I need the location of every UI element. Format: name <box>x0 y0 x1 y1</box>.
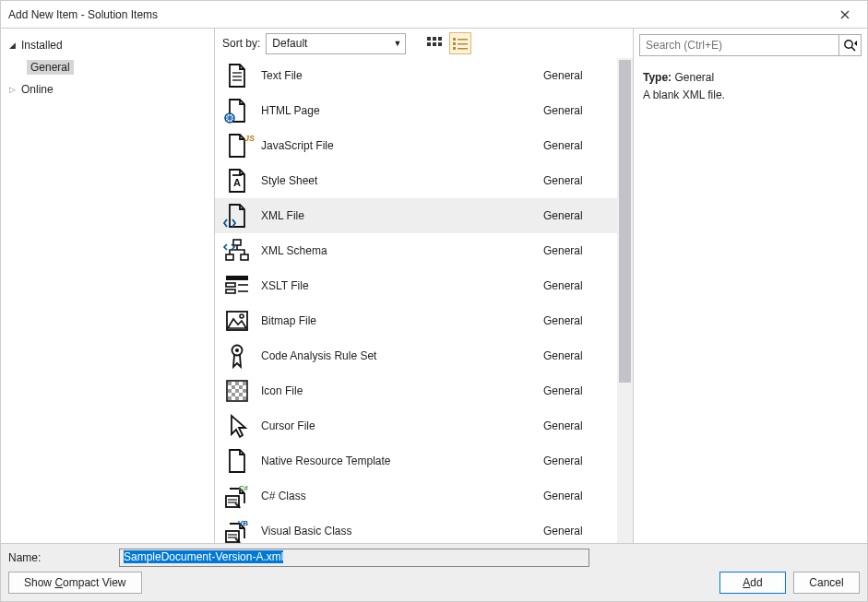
svg-rect-36 <box>239 385 243 389</box>
template-item[interactable]: Icon FileGeneral <box>215 373 617 408</box>
svg-rect-44 <box>243 396 246 400</box>
schema-icon <box>224 238 250 264</box>
close-button[interactable] <box>830 2 860 28</box>
search-button[interactable] <box>838 35 861 55</box>
compact-view-button[interactable]: Show Compact View <box>8 572 142 594</box>
svg-rect-2 <box>438 37 442 41</box>
tree-item-online[interactable]: ▷ Online <box>1 78 214 100</box>
svg-point-53 <box>845 40 852 47</box>
chevron-down-icon: ◢ <box>6 41 18 50</box>
svg-rect-35 <box>232 385 235 389</box>
add-button[interactable]: Add <box>719 572 786 594</box>
html-icon <box>224 98 250 124</box>
close-icon <box>840 10 850 19</box>
svg-rect-43 <box>235 396 239 400</box>
sort-by-value: Default <box>272 37 307 50</box>
grid-icon <box>427 37 442 50</box>
category-tree: ◢ Installed General ▷ Online <box>1 29 215 543</box>
template-item[interactable]: XSLT FileGeneral <box>215 268 617 303</box>
list-icon <box>453 37 468 50</box>
template-item[interactable]: C#C# ClassGeneral <box>215 478 617 513</box>
template-name: Text File <box>261 69 543 82</box>
name-input[interactable]: SampleDocument-Version-A.xml <box>119 549 589 567</box>
chevron-down-icon: ▼ <box>393 39 401 48</box>
csharp-icon: C# <box>224 483 250 509</box>
tree-item-label: General <box>27 60 74 75</box>
scrollbar-thumb[interactable] <box>619 60 631 383</box>
iconfile-icon <box>224 378 250 404</box>
template-category: General <box>543 525 608 537</box>
cancel-button[interactable]: Cancel <box>793 572 860 594</box>
tree-item-installed[interactable]: ◢ Installed <box>1 34 214 56</box>
template-item[interactable]: Code Analysis Rule SetGeneral <box>215 338 617 373</box>
vb-icon: VB <box>224 518 250 543</box>
list-view-button[interactable] <box>450 33 470 53</box>
footer: Name: SampleDocument-Version-A.xml Show … <box>1 543 867 601</box>
template-list[interactable]: Text FileGeneralHTML PageGeneralJSJavaSc… <box>215 58 617 543</box>
svg-rect-19 <box>233 240 241 245</box>
svg-text:C#: C# <box>239 484 249 492</box>
search-input[interactable] <box>640 35 838 55</box>
svg-rect-4 <box>433 42 436 46</box>
svg-rect-11 <box>458 48 468 50</box>
svg-rect-3 <box>427 42 431 46</box>
toolbar: Sort by: Default ▼ <box>215 29 633 58</box>
template-item[interactable]: AStyle SheetGeneral <box>215 163 617 198</box>
template-category: General <box>543 139 608 152</box>
title-bar: Add New Item - Solution Items <box>1 1 867 29</box>
xml-icon <box>224 203 250 229</box>
details-panel: Type: General A blank XML file. <box>634 29 867 543</box>
native-icon <box>224 448 250 474</box>
template-name: Visual Basic Class <box>261 525 543 537</box>
tree-item-general[interactable]: General <box>1 56 214 78</box>
svg-point-28 <box>240 314 244 318</box>
template-category: General <box>543 349 608 362</box>
js-icon: JS <box>224 133 250 159</box>
template-description: A blank XML file. <box>643 87 858 104</box>
grid-view-button[interactable] <box>424 33 445 53</box>
template-category: General <box>543 314 608 327</box>
sort-by-select[interactable]: Default ▼ <box>266 33 406 54</box>
svg-rect-0 <box>427 37 431 41</box>
svg-rect-20 <box>226 254 233 260</box>
svg-rect-1 <box>433 37 436 41</box>
svg-rect-34 <box>243 382 246 385</box>
template-item[interactable]: Cursor FileGeneral <box>215 408 617 443</box>
template-name: Style Sheet <box>261 174 543 187</box>
svg-rect-37 <box>228 389 232 393</box>
template-category: General <box>543 490 608 502</box>
scrollbar[interactable] <box>617 58 633 543</box>
svg-rect-23 <box>226 283 235 287</box>
svg-text:A: A <box>233 177 241 188</box>
svg-rect-42 <box>228 396 232 400</box>
svg-point-30 <box>235 348 239 352</box>
template-item[interactable]: XML FileGeneral <box>215 198 617 233</box>
svg-rect-8 <box>453 42 456 45</box>
template-name: Icon File <box>261 384 543 397</box>
template-category: General <box>543 209 608 222</box>
template-item[interactable]: XML SchemaGeneral <box>215 233 617 268</box>
template-item[interactable]: JSJavaScript FileGeneral <box>215 128 617 163</box>
template-name: JavaScript File <box>261 139 543 152</box>
svg-rect-21 <box>241 254 248 260</box>
template-category: General <box>543 419 608 432</box>
template-category: General <box>543 279 608 292</box>
bitmap-icon <box>224 308 250 334</box>
template-name: Cursor File <box>261 419 543 432</box>
svg-rect-10 <box>453 47 456 50</box>
svg-rect-27 <box>227 312 247 330</box>
template-item[interactable]: VBVisual Basic ClassGeneral <box>215 513 617 543</box>
template-item[interactable]: Bitmap FileGeneral <box>215 303 617 338</box>
template-category: General <box>543 384 608 397</box>
template-panel: Sort by: Default ▼ Text File <box>215 29 634 543</box>
tree-item-label: Online <box>18 83 54 96</box>
template-item[interactable]: Text FileGeneral <box>215 58 617 93</box>
ruleset-icon <box>224 343 250 369</box>
template-item[interactable]: HTML PageGeneral <box>215 93 617 128</box>
template-item[interactable]: Native Resource TemplateGeneral <box>215 443 617 478</box>
svg-rect-38 <box>235 389 239 393</box>
type-label: Type: <box>643 71 672 84</box>
template-name: Bitmap File <box>261 314 543 327</box>
svg-rect-39 <box>243 389 246 393</box>
search-icon <box>843 39 857 53</box>
